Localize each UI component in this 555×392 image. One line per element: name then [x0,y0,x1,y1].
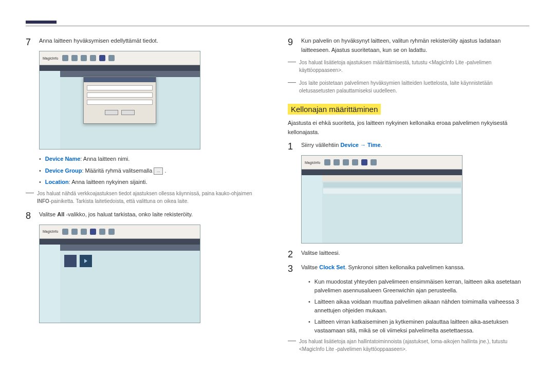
text: -valikko, jos haluat tarkistaa, onko lai… [64,211,193,217]
field-description-list: Device Name: Anna laitteen nimi. Device … [26,155,267,186]
toolbar-icon [108,229,115,235]
dialog-input [87,92,153,98]
play-icon [84,259,87,263]
toolbar-icon [99,229,105,235]
step-9: 9 Kun palvelin on hyväksynyt laitteen, v… [288,36,529,54]
ss-logo: MagicInfo [305,161,320,164]
text: Valitse [39,211,57,217]
toolbar-icon [62,229,68,235]
screenshot-time-tab: MagicInfo [301,155,462,244]
list-item: Location: Anna laitteen nykyinen sijaint… [39,178,267,186]
ss-topbar: MagicInfo [40,225,200,239]
footnote: ― Jos laite poistetaan palvelimen hyväks… [288,79,529,95]
field-label: Device Name [45,156,81,162]
step-text: Valitse Clock Set. Synkronoi sitten kell… [301,263,529,272]
list-item: Laitteen aikaa voidaan muuttaa palvelime… [308,297,529,314]
approve-device-dialog [83,77,156,124]
list-item: Device Name: Anna laitteen nimi. [39,155,267,163]
step-3: 3 Valitse Clock Set. Synkronoi sitten ke… [288,263,529,273]
step-7: 7 Anna laitteen hyväksymisen edellyttämä… [26,36,267,47]
footnote: ― Jos haluat nähdä verkkoajastuksen tied… [26,190,267,205]
ss-thumbs [60,251,200,271]
step-number: 1 [288,141,295,151]
right-column: 9 Kun palvelin on hyväksynyt laitteen, v… [288,36,529,358]
toolbar-icon [371,159,377,165]
footnote: ― Jos haluat lisätietoja ajan hallintato… [288,338,529,353]
clock-set-label: Clock Set [319,264,345,270]
note-text: Jos laite poistetaan palvelimen hyväksym… [299,79,529,95]
text: Valitse [301,264,319,270]
ss-toolbar-icons [62,55,115,61]
step-text: Kun palvelin on hyväksynyt laitteen, val… [301,36,529,54]
table-header-row [323,182,461,188]
footnote: ― Jos haluat lisätietoja ajastuksen määr… [288,59,529,74]
bullet-text: Laitteen virran katkaiseminen ja kytkemi… [314,318,529,334]
toolbar-icon [71,55,78,61]
note-text-after: -painiketta. Tarkista laitetiedoista, et… [49,198,189,204]
note-text: Jos haluat nähdä verkkoajastuksen tiedot… [37,191,252,196]
left-column: 7 Anna laitteen hyväksymisen edellyttämä… [26,36,267,358]
text: . Synkronoi sitten kellonaika palvelimen… [345,264,465,270]
list-item: Kun muodostat yhteyden palvelimeen ensim… [308,277,529,294]
dialog-body [84,82,156,108]
ss-toolbar-icons [62,229,115,235]
list-item: Laitteen virran katkaiseminen ja kytkemi… [308,318,529,334]
ss-sidebar [40,71,61,149]
ss-main-area [322,181,462,243]
toolbar-icon [90,229,96,235]
ss-topbar: MagicInfo [40,51,200,65]
field-desc: : Anna laitteen nykyinen sijainti. [69,179,147,185]
device-thumb [64,255,77,267]
screenshot-all-menu: MagicInfo [39,225,200,323]
toolbar-icon [334,159,340,165]
ss-content-toolbar [322,175,462,181]
toolbar-icon [71,229,78,235]
step-number: 7 [26,36,33,47]
dialog-cancel-button [121,110,135,115]
bullet-text: Kun muodostat yhteyden palvelimeen ensim… [314,277,529,294]
toolbar-icon [81,229,87,235]
step-text: Valitse All -valikko, jos haluat tarkist… [39,210,267,219]
toolbar-icon [108,55,115,61]
step-text: Valitse laitteesi. [301,249,529,258]
header-accent-stripe [26,21,57,24]
field-desc-after: . [164,167,166,174]
header-rule [26,26,529,26]
dialog-input [87,85,153,90]
dash-icon: ― [26,190,34,205]
field-desc: : Anna laitteen nimi. [80,156,130,162]
ss-toolbar-icons [324,159,377,165]
ellipsis-button-icon: ... [154,167,163,175]
ss-content-toolbar [60,245,200,251]
ss-sidebar [302,175,323,243]
toolbar-icon [99,55,105,61]
field-desc: : Määritä ryhmä valitsemalla [82,167,152,174]
step-8: 8 Valitse All -valikko, jos haluat tarki… [26,210,267,220]
ss-sidebar [40,245,61,323]
dialog-titlebar [84,77,156,82]
step-text: Siirry välilehtiin Device → Time. [301,141,529,150]
screenshot-approve-device: MagicInfo [39,51,200,150]
ss-logo: MagicInfo [43,230,58,233]
dash-icon: ― [288,59,296,74]
toolbar-icon [81,55,87,61]
text: . [381,142,382,148]
all-label: All [57,211,64,217]
toolbar-icon [324,159,330,165]
ss-main-area [60,251,200,323]
toolbar-icon [343,159,349,165]
toolbar-icon [62,55,68,61]
toolbar-icon [361,159,367,165]
device-tab-label: Device [340,142,358,148]
field-label: Device Group [45,167,82,174]
step-number: 3 [288,263,295,273]
step-number: 9 [288,36,295,47]
note-text: Jos haluat lisätietoja ajan hallintatoim… [299,338,529,353]
two-column-layout: 7 Anna laitteen hyväksymisen edellyttämä… [26,36,529,358]
arrow-icon: → [359,142,367,148]
field-label: Location [45,179,69,185]
device-thumb [80,255,92,267]
step-number: 2 [288,249,295,259]
dialog-buttons [84,108,156,117]
sub-bullet-list: Kun muodostat yhteyden palvelimeen ensim… [288,277,529,334]
